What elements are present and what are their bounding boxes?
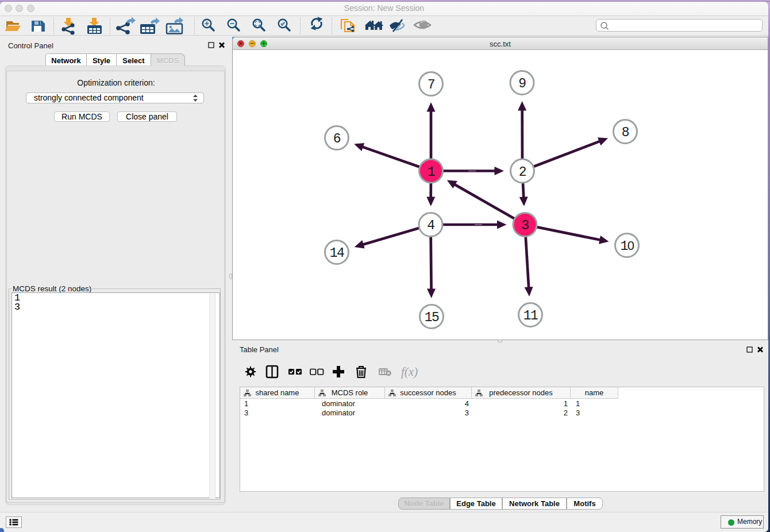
svg-text:15: 15 (425, 310, 439, 325)
svg-text:4: 4 (427, 218, 434, 233)
svg-text:7: 7 (428, 78, 434, 92)
svg-text:10: 10 (620, 238, 634, 254)
svg-text:1: 1 (428, 165, 435, 180)
svg-text:6: 6 (333, 132, 341, 147)
svg-text:8: 8 (622, 125, 629, 140)
svg-text:11: 11 (523, 309, 538, 323)
svg-text:14: 14 (330, 246, 344, 261)
svg-text:3: 3 (521, 218, 529, 233)
svg-text:2: 2 (519, 165, 526, 180)
svg-text:9: 9 (518, 76, 526, 91)
svg-text:f(x): f(x) (401, 365, 418, 379)
